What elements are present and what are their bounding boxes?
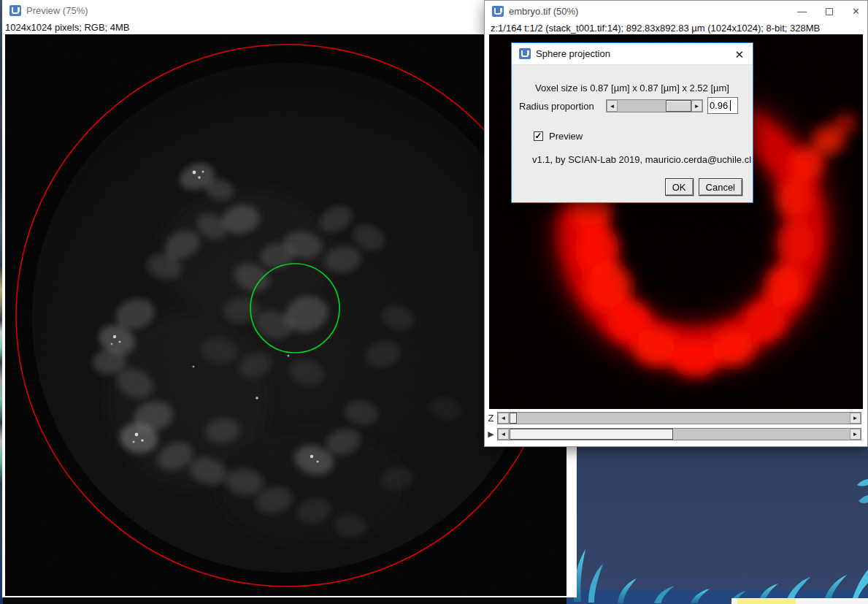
t-scrollbar[interactable]: ◄ ► bbox=[497, 428, 861, 440]
check-icon: ✓ bbox=[534, 131, 542, 140]
radius-arrow-left-icon[interactable]: ◄ bbox=[607, 100, 618, 112]
embryo-titlebar[interactable]: embryo.tif (50%) — ✕ bbox=[485, 1, 867, 22]
z-scrollbar[interactable]: ◄ ► bbox=[497, 412, 861, 424]
z-scrollbar-label: Z bbox=[485, 413, 497, 424]
radius-arrow-right-icon[interactable]: ► bbox=[691, 100, 702, 112]
radius-value-input[interactable] bbox=[707, 97, 738, 114]
radius-scrollbar-track[interactable] bbox=[618, 100, 691, 112]
dialog-title: Sphere projection bbox=[536, 48, 610, 59]
wallpaper-grass bbox=[566, 447, 868, 604]
desktop-bottom-strip bbox=[0, 597, 736, 604]
radius-scrollbar-thumb[interactable] bbox=[666, 100, 691, 112]
embryo-window-title: embryo.tif (50%) bbox=[509, 6, 578, 17]
t-scrollbar-track[interactable] bbox=[509, 429, 850, 440]
embryo-info-text: z:1/164 t:1/2 (stack_t001.tif:14); 892.8… bbox=[485, 22, 867, 35]
t-scrollbar-thumb[interactable] bbox=[510, 429, 673, 440]
screen: Preview (75%) 1024x1024 pixels; RGB; 4MB bbox=[0, 0, 868, 604]
t-arrow-right-icon[interactable]: ► bbox=[850, 429, 861, 440]
preview-image-canvas[interactable] bbox=[5, 34, 566, 596]
radius-scrollbar[interactable]: ◄ ► bbox=[606, 99, 703, 112]
dialog-titlebar[interactable]: Sphere projection ✕ bbox=[512, 43, 753, 65]
ok-button[interactable]: OK bbox=[665, 178, 694, 196]
z-scrollbar-thumb[interactable] bbox=[510, 413, 517, 424]
t-arrow-left-icon[interactable]: ◄ bbox=[498, 429, 509, 440]
close-icon[interactable]: ✕ bbox=[852, 7, 860, 16]
plugin-credit-text: v1.1, by SCIAN-Lab 2019, mauricio.cerda@… bbox=[532, 154, 751, 165]
t-scrollbar-row: ▶ ◄ ► bbox=[485, 427, 867, 441]
imagej-icon bbox=[492, 6, 504, 17]
text-caret bbox=[730, 100, 731, 111]
z-scrollbar-row: Z ◄ ► bbox=[485, 410, 867, 425]
z-arrow-left-icon[interactable]: ◄ bbox=[498, 413, 509, 424]
cancel-button[interactable]: Cancel bbox=[699, 178, 742, 196]
radius-proportion-label: Radius proportion bbox=[519, 101, 594, 112]
preview-checkbox[interactable]: ✓ bbox=[534, 131, 543, 141]
radius-proportion-row: Radius proportion ◄ ► bbox=[519, 99, 747, 115]
dialog-body: Voxel size is 0.87 [µm] x 0.87 [µm] x 2.… bbox=[512, 65, 753, 202]
play-icon[interactable]: ▶ bbox=[485, 429, 497, 439]
imagej-icon bbox=[519, 48, 531, 59]
background-window-sliver bbox=[731, 598, 868, 604]
maximize-icon[interactable] bbox=[826, 8, 833, 15]
preview-window-title: Preview (75%) bbox=[26, 5, 88, 16]
voxel-size-text: Voxel size is 0.87 [µm] x 0.87 [µm] x 2.… bbox=[512, 83, 753, 93]
highlight-cell bbox=[737, 599, 796, 604]
preview-microscopy-image bbox=[5, 34, 566, 596]
z-arrow-right-icon[interactable]: ► bbox=[850, 413, 861, 424]
z-scrollbar-track[interactable] bbox=[509, 413, 850, 424]
sphere-projection-dialog: Sphere projection ✕ Voxel size is 0.87 [… bbox=[511, 42, 753, 203]
imagej-icon bbox=[9, 5, 21, 16]
preview-checkbox-label: Preview bbox=[549, 131, 583, 142]
minimize-icon[interactable]: — bbox=[797, 7, 807, 16]
dialog-close-icon[interactable]: ✕ bbox=[734, 48, 744, 61]
preview-checkbox-row[interactable]: ✓ Preview bbox=[534, 131, 583, 142]
